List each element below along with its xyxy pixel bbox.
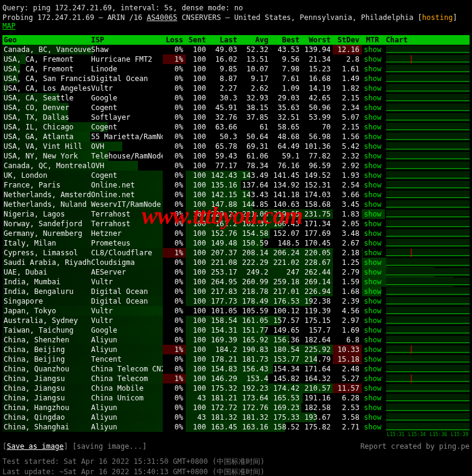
cell-worst: 175.82 — [302, 422, 333, 432]
cell-worst: 119.39 — [302, 306, 333, 316]
saving-status: [saving image...] — [73, 442, 147, 451]
mtr-show-link[interactable]: show — [362, 287, 384, 296]
cell-last: 177.73 — [208, 296, 239, 306]
mtr-show-link[interactable]: show — [362, 171, 384, 180]
cell-geo: Germany, Nuremberg — [2, 229, 91, 238]
mtr-show-link[interactable]: show — [362, 161, 384, 171]
mtr-show-link[interactable]: show — [362, 142, 384, 151]
mtr-show-link[interactable]: show — [362, 45, 384, 54]
cell-loss: 0% — [163, 277, 186, 287]
mtr-show-link[interactable]: show — [362, 151, 384, 161]
table-row: China, BeijingTencent0%100178.21181.7315… — [2, 354, 470, 364]
mtr-show-link[interactable]: show — [362, 200, 384, 209]
mtr-show-link[interactable]: show — [362, 383, 384, 393]
cell-loss: 0% — [163, 325, 186, 335]
cell-isp: Digital Ocean — [91, 74, 163, 83]
mtr-show-link[interactable]: show — [362, 354, 384, 364]
hdr-avg[interactable]: Avg — [240, 35, 270, 45]
mtr-show-link[interactable]: show — [362, 393, 384, 403]
cell-worst: 171.64 — [302, 364, 333, 374]
mtr-show-link[interactable]: show — [362, 325, 384, 335]
cell-last: 207.37 — [208, 248, 239, 258]
mtr-show-link[interactable]: show — [362, 306, 384, 316]
mtr-show-link[interactable]: show — [362, 267, 384, 277]
cell-stdev: 2.54 — [333, 180, 362, 190]
cell-worst: 174.03 — [302, 190, 333, 200]
cell-chart — [384, 112, 470, 122]
mtr-show-link[interactable]: show — [362, 345, 384, 354]
mtr-show-link[interactable]: show — [362, 132, 384, 142]
cell-last: 142.15 — [208, 190, 239, 200]
mtr-show-link[interactable]: show — [362, 412, 384, 422]
cell-isp: Cogent — [91, 103, 163, 112]
table-row: China, HangzhouAliyun0%100172.72172.7616… — [2, 403, 470, 412]
cell-chart — [384, 142, 470, 151]
cell-sent: 100 — [186, 258, 209, 267]
cell-stdev: 1.69 — [333, 325, 362, 335]
mtr-show-link[interactable]: show — [362, 112, 384, 122]
mtr-show-link[interactable]: show — [362, 374, 384, 383]
cell-avg: 38.15 — [240, 103, 270, 112]
cell-worst: 226.94 — [302, 287, 333, 296]
cell-sent: 100 — [186, 132, 209, 142]
cell-avg: 52.32 — [240, 45, 270, 54]
hdr-stdev[interactable]: StDev — [333, 35, 362, 45]
mtr-show-link[interactable]: show — [362, 422, 384, 432]
hdr-last[interactable]: Last — [208, 35, 239, 45]
asn-link[interactable]: AS40065 — [146, 13, 177, 22]
mtr-show-link[interactable]: show — [362, 83, 384, 93]
hdr-best[interactable]: Best — [270, 35, 301, 45]
cell-loss: 0% — [163, 161, 186, 171]
cell-last: 77.17 — [208, 161, 239, 171]
cell-worst: 177.69 — [302, 229, 333, 238]
cell-worst: 96.59 — [302, 161, 333, 171]
mtr-show-link[interactable]: show — [362, 296, 384, 306]
cell-stdev: 11.57 — [333, 383, 362, 393]
cell-geo: Saudi Arabia, Riyadh — [2, 258, 91, 267]
mtr-show-link[interactable]: show — [362, 93, 384, 103]
mtr-show-link[interactable]: show — [362, 335, 384, 345]
cell-stdev: 1.93 — [333, 171, 362, 180]
cell-worst: 269.14 — [302, 277, 333, 287]
mtr-show-link[interactable]: show — [362, 209, 384, 219]
mtr-show-link[interactable]: show — [362, 316, 384, 325]
hdr-chart[interactable]: Chart — [384, 35, 470, 45]
mtr-show-link[interactable]: show — [362, 219, 384, 229]
mtr-show-link[interactable]: show — [362, 403, 384, 412]
mtr-show-link[interactable]: show — [362, 122, 384, 132]
mtr-show-link[interactable]: show — [362, 258, 384, 267]
cell-worst: 152.31 — [302, 180, 333, 190]
cell-geo: Netherlands, Amsterdam — [2, 190, 91, 200]
mtr-show-link[interactable]: show — [362, 229, 384, 238]
cell-chart — [384, 374, 470, 383]
mtr-show-link[interactable]: show — [362, 64, 384, 74]
hdr-worst[interactable]: Worst — [302, 35, 333, 45]
hdr-sent[interactable]: Sent — [186, 35, 209, 45]
mtr-show-link[interactable]: show — [362, 238, 384, 248]
mtr-show-link[interactable]: show — [362, 54, 384, 64]
mtr-show-link[interactable]: show — [362, 248, 384, 258]
mtr-show-link[interactable]: show — [362, 74, 384, 83]
cell-best: 217.01 — [270, 287, 301, 296]
cell-stdev: 4.56 — [333, 306, 362, 316]
cell-worst: 214.79 — [302, 354, 333, 364]
cell-avg: 78.34 — [240, 161, 270, 171]
mtr-show-link[interactable]: show — [362, 364, 384, 374]
hdr-isp[interactable]: ISP — [91, 35, 163, 45]
mtr-show-link[interactable]: show — [362, 103, 384, 112]
cell-loss: 0% — [163, 122, 186, 132]
hdr-geo[interactable]: Geo — [2, 35, 91, 45]
cell-sent: 100 — [186, 238, 209, 248]
mtr-show-link[interactable]: show — [362, 190, 384, 200]
mtr-show-link[interactable]: show — [362, 277, 384, 287]
hdr-loss[interactable]: Loss — [163, 35, 186, 45]
hdr-mtr[interactable]: MTR — [362, 35, 384, 45]
axis-t2: L15:36 — [430, 432, 447, 437]
cell-worst: 170.45 — [302, 238, 333, 248]
cell-best: 165.53 — [270, 393, 301, 403]
table-row: UK, LondonCogent0%100142.43143.49141.451… — [2, 171, 470, 180]
mtr-show-link[interactable]: show — [362, 180, 384, 190]
save-as-image-link[interactable]: Save as image — [7, 442, 64, 451]
map-link[interactable]: MAP — [2, 22, 16, 30]
cell-sent: 100 — [186, 374, 209, 383]
